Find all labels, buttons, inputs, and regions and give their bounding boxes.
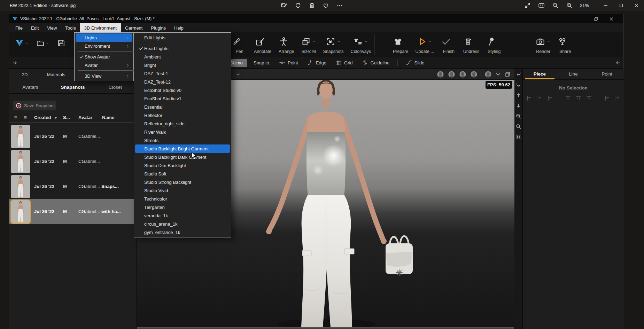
menu-item[interactable]: Studio Vivid	[135, 186, 230, 195]
toolbar-button[interactable]: Styling	[483, 34, 505, 55]
toolbar-button[interactable]: Colorways	[347, 34, 375, 55]
save-snapshot-button[interactable]: Save Snapshot	[13, 101, 56, 110]
menu-bar-item[interactable]: Help	[170, 23, 188, 32]
menu-bar-item[interactable]: Tools	[61, 23, 80, 32]
toolbar-button[interactable]: Annotate	[250, 34, 275, 55]
side-tool-button[interactable]	[515, 112, 522, 119]
snap-option[interactable]: Edge	[303, 60, 331, 66]
viewer-zoom-button[interactable]	[524, 2, 531, 9]
toolbar-button[interactable]: Update ...	[412, 34, 437, 55]
menu-bar-item[interactable]: Edit	[27, 23, 43, 32]
side-tool-button[interactable]	[515, 81, 522, 88]
mode-tab[interactable]: 2D	[9, 72, 40, 78]
toolbar-button[interactable]: Prepare	[389, 34, 412, 55]
column-created[interactable]: Created	[34, 115, 51, 120]
avatar-view-button[interactable]	[458, 70, 467, 78]
column-avatar[interactable]: Avatar	[78, 115, 92, 120]
collapse-right-icon[interactable]	[615, 60, 621, 66]
viewer-zoom-button[interactable]	[538, 2, 545, 9]
side-tool-button[interactable]	[515, 71, 522, 78]
snap-option[interactable]: Guideline	[357, 60, 398, 66]
menu-item[interactable]: Tiergarten	[135, 203, 230, 211]
column-size[interactable]: S...	[63, 115, 70, 120]
menu-item[interactable]: veranda_1k	[135, 211, 230, 220]
library-tab[interactable]: Avatars	[9, 84, 52, 90]
menu-item[interactable]: Studio Strong Backlight	[135, 178, 230, 186]
file-tool-button[interactable]	[55, 39, 72, 48]
avatar-view-button[interactable]	[470, 70, 478, 78]
menu-item[interactable]: Reflector	[135, 111, 230, 119]
menu-item[interactable]: Show Avatar	[76, 53, 132, 61]
snap-option[interactable]: Slide	[401, 60, 429, 66]
window-control-button[interactable]	[613, 0, 629, 11]
menu-item[interactable]: Studio Soft	[135, 170, 230, 178]
menu-item[interactable]: DAZ_Test-1	[135, 69, 230, 78]
snapshot-row[interactable]: Jul 26 '22 M CGabriel... Snaps...	[9, 174, 137, 199]
viewer-tool-button[interactable]	[336, 2, 343, 9]
viewport-scrollbar[interactable]	[137, 327, 514, 329]
snap-option[interactable]: Grid	[331, 60, 357, 66]
menu-item[interactable]: Ambient	[135, 53, 230, 61]
menu-item[interactable]: Edit Lights...	[135, 33, 230, 42]
menu-item[interactable]: Bright	[135, 61, 230, 69]
alignment-tool-button[interactable]	[546, 95, 554, 102]
snapshot-row[interactable]: Jul 26 '22 M CGabriel...	[9, 149, 137, 174]
menu-bar-item[interactable]: File	[11, 23, 27, 32]
alignment-tool-button[interactable]	[603, 95, 611, 102]
viewer-tool-button[interactable]	[295, 2, 301, 9]
menu-item[interactable]: Avatar	[76, 61, 132, 69]
menu-item[interactable]: Head Lights	[135, 44, 230, 53]
snapshot-row[interactable]: Jul 26 '22 M CGabriel... with ha...	[9, 199, 137, 224]
chevron-down-icon[interactable]	[495, 71, 502, 78]
menu-item[interactable]	[78, 70, 135, 71]
snap-option[interactable]: Point	[274, 60, 303, 66]
menu-item[interactable]: Streets	[135, 136, 230, 144]
menu-item[interactable]: Studio Dim Backlight	[135, 161, 230, 170]
alignment-tool-button[interactable]	[564, 95, 572, 102]
snapshot-row[interactable]: Jul 26 '22 M CGabriel...	[9, 124, 137, 149]
menu-item[interactable]: Studio Backlight Bright Garment	[135, 144, 230, 153]
app-window-control[interactable]	[604, 14, 619, 23]
menu-bar-item[interactable]: Plugins	[147, 23, 170, 32]
toolbar-button[interactable]: Finish	[438, 34, 460, 55]
library-tab[interactable]: Snapshots	[52, 84, 94, 90]
toolbar-button[interactable]: Render	[532, 34, 554, 55]
app-window-control[interactable]	[573, 14, 588, 23]
viewer-zoom-button[interactable]	[566, 2, 573, 9]
menu-item[interactable]	[78, 51, 135, 52]
alignment-tool-button[interactable]	[525, 95, 533, 102]
alignment-tool-button[interactable]	[613, 95, 622, 102]
side-tool-button[interactable]	[515, 123, 522, 130]
menu-item[interactable]: Essential	[135, 103, 230, 111]
file-tool-button[interactable]	[13, 39, 31, 48]
menu-item[interactable]: Lights	[76, 33, 132, 42]
menu-item[interactable]: Environment	[76, 42, 132, 50]
viewport-chevron-down-icon[interactable]	[236, 72, 241, 77]
collapse-left-icon[interactable]	[12, 60, 18, 66]
selection-tab[interactable]: Line	[557, 69, 590, 79]
mode-tab[interactable]: Materials	[40, 72, 72, 78]
avatar-view-button[interactable]	[436, 70, 444, 78]
alignment-tool-button[interactable]	[535, 95, 544, 102]
selection-tab[interactable]: Point	[590, 69, 624, 79]
toolbar-button[interactable]: Pen	[228, 34, 250, 55]
avatar-view-button[interactable]	[484, 70, 492, 78]
window-control-button[interactable]	[629, 0, 644, 11]
viewer-tool-button[interactable]	[323, 2, 329, 9]
toolbar-button[interactable]: Share	[554, 34, 576, 55]
menu-item[interactable]: Reflector_right_side	[135, 119, 230, 128]
viewer-tool-button[interactable]	[309, 2, 315, 9]
menu-bar-item[interactable]: Garment	[121, 23, 147, 32]
toolbar-button[interactable]: Size: M	[298, 34, 320, 55]
menu-item[interactable]: 3D View	[76, 72, 132, 80]
menu-item[interactable]: Studio Backlight Dark Garment	[135, 153, 230, 161]
menu-item[interactable]: circus_arena_1k	[135, 220, 230, 228]
menu-item[interactable]: gym_entrance_1k	[135, 228, 230, 236]
toolbar-button[interactable]: Arrange	[275, 34, 297, 55]
selection-tab[interactable]: Piece	[523, 69, 557, 79]
restore-view-icon[interactable]	[504, 71, 511, 78]
menu-bar-item[interactable]: 3D Environment	[80, 23, 121, 32]
alignment-tool-button[interactable]	[585, 95, 593, 102]
window-control-button[interactable]	[598, 0, 613, 11]
column-name[interactable]: Name	[102, 115, 114, 120]
